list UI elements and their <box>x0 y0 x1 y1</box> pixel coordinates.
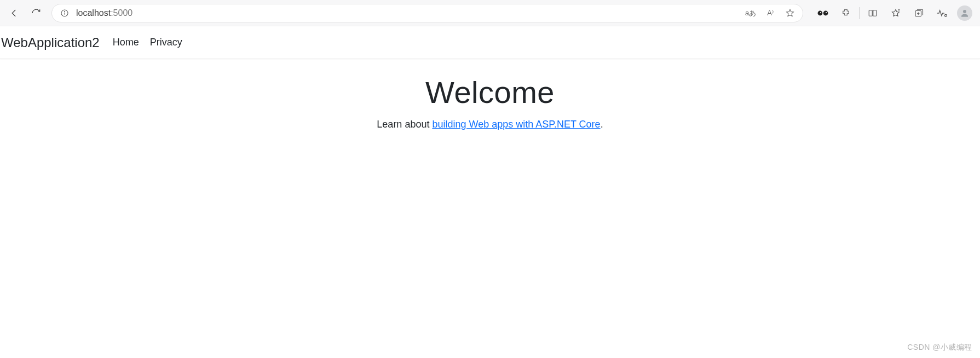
back-button[interactable] <box>4 3 24 23</box>
page-title: Welcome <box>0 74 980 110</box>
url-text: localhost:5000 <box>76 8 742 18</box>
toolbar-separator <box>859 7 860 19</box>
nav-links: Home Privacy <box>113 37 182 48</box>
svg-point-5 <box>820 11 821 13</box>
page-content: WebApplication2 Home Privacy Welcome Lea… <box>0 26 980 130</box>
brand-link[interactable]: WebApplication2 <box>0 35 100 50</box>
svg-point-2 <box>64 11 65 11</box>
svg-point-6 <box>826 11 827 13</box>
site-nav: WebApplication2 Home Privacy <box>0 26 980 59</box>
translate-icon[interactable]: aあ <box>742 5 759 21</box>
profile-avatar-icon <box>957 5 972 21</box>
lead-prefix: Learn about <box>377 119 432 130</box>
url-port: :5000 <box>111 8 132 18</box>
favorites-icon[interactable] <box>885 3 907 23</box>
eyes-icon[interactable] <box>812 3 834 23</box>
toolbar-right <box>809 3 976 23</box>
refresh-icon <box>31 8 41 18</box>
split-screen-icon[interactable] <box>862 3 884 23</box>
lead-suffix: . <box>601 119 603 130</box>
address-bar[interactable]: localhost:5000 aあ A⁾ <box>51 4 803 22</box>
hero: Welcome Learn about building Web apps wi… <box>0 59 980 130</box>
profile-button[interactable] <box>954 3 976 23</box>
nav-link-privacy[interactable]: Privacy <box>150 37 182 48</box>
refresh-button[interactable] <box>26 3 46 23</box>
watermark: CSDN @小威编程 <box>907 343 972 353</box>
svg-point-4 <box>823 10 828 15</box>
svg-point-14 <box>945 14 947 16</box>
browser-toolbar: localhost:5000 aあ A⁾ <box>0 0 980 26</box>
read-aloud-icon[interactable]: A⁾ <box>762 5 779 21</box>
site-info-icon[interactable] <box>59 7 71 19</box>
address-bar-right: aあ A⁾ <box>742 5 798 21</box>
favorite-icon[interactable] <box>782 5 798 21</box>
lead-link[interactable]: building Web apps with ASP.NET Core <box>432 119 600 130</box>
lead-text: Learn about building Web apps with ASP.N… <box>0 119 980 130</box>
svg-rect-7 <box>869 10 872 16</box>
svg-rect-8 <box>873 10 877 16</box>
nav-link-home[interactable]: Home <box>113 37 139 48</box>
performance-icon[interactable] <box>931 3 953 23</box>
arrow-left-icon <box>9 8 19 18</box>
url-host: localhost <box>76 8 111 18</box>
collections-icon[interactable] <box>908 3 930 23</box>
svg-point-15 <box>963 10 966 13</box>
svg-point-3 <box>818 10 823 15</box>
extensions-icon[interactable] <box>835 3 857 23</box>
